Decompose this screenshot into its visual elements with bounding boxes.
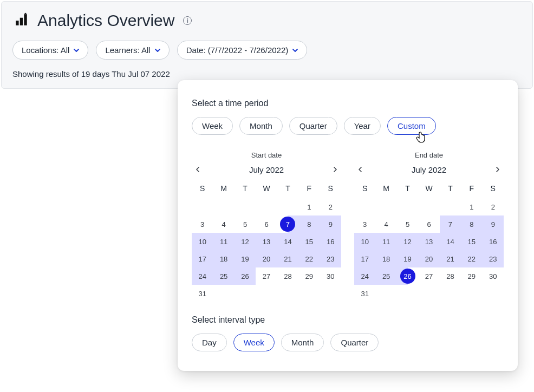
- calendar-day[interactable]: 8: [461, 215, 482, 233]
- calendar-day[interactable]: 24: [192, 267, 213, 285]
- calendar-day[interactable]: 6: [418, 215, 439, 233]
- calendar-end: End date July 2022 SMTWTFS12345678910111…: [354, 151, 504, 302]
- calendar-day[interactable]: 1: [461, 198, 482, 215]
- filter-locations-label: Locations: All: [22, 45, 69, 55]
- calendar-day[interactable]: 7: [440, 215, 461, 233]
- calendar-day-empty: [192, 198, 213, 215]
- end-date-label: End date: [354, 151, 504, 159]
- period-row: Week Month Quarter Year Custom: [192, 117, 504, 135]
- calendar-day[interactable]: 8: [298, 215, 320, 233]
- calendar-day[interactable]: 12: [397, 233, 418, 250]
- dow-header: F: [298, 181, 320, 198]
- calendar-day-empty: [213, 198, 234, 215]
- filter-learners[interactable]: Learners: All: [96, 41, 169, 60]
- svg-rect-0: [16, 21, 18, 25]
- filter-date[interactable]: Date: (7/7/2022 - 7/26/2022): [177, 41, 307, 60]
- calendar-day[interactable]: 23: [483, 250, 504, 267]
- calendar-day[interactable]: 17: [192, 250, 213, 267]
- info-icon[interactable]: i: [183, 16, 192, 25]
- calendar-day[interactable]: 26: [397, 267, 418, 285]
- next-month-icon[interactable]: [330, 165, 340, 174]
- calendar-day[interactable]: 2: [483, 198, 504, 215]
- calendar-day[interactable]: 17: [354, 250, 375, 267]
- calendar-day[interactable]: 9: [320, 215, 341, 233]
- calendar-day[interactable]: 22: [298, 250, 320, 267]
- calendar-end-grid: SMTWTFS123456789101112131415161718192021…: [354, 181, 504, 302]
- interval-month[interactable]: Month: [281, 334, 324, 351]
- calendar-day[interactable]: 11: [375, 233, 396, 250]
- calendar-day[interactable]: 6: [256, 215, 277, 233]
- interval-row: Day Week Month Quarter: [192, 334, 504, 351]
- period-custom[interactable]: Custom: [387, 117, 436, 135]
- calendar-day[interactable]: 10: [354, 233, 375, 250]
- calendar-day[interactable]: 15: [461, 233, 482, 250]
- calendar-day[interactable]: 11: [213, 233, 234, 250]
- calendar-day[interactable]: 3: [192, 215, 213, 233]
- calendar-day[interactable]: 21: [277, 250, 298, 267]
- dow-header: S: [192, 181, 213, 198]
- calendar-day[interactable]: 30: [320, 267, 341, 285]
- calendar-day[interactable]: 31: [192, 285, 213, 302]
- calendar-day[interactable]: 2: [320, 198, 341, 215]
- dow-header: T: [235, 181, 256, 198]
- calendar-day[interactable]: 14: [277, 233, 298, 250]
- calendar-day[interactable]: 25: [213, 267, 234, 285]
- calendar-day[interactable]: 29: [298, 267, 320, 285]
- calendar-day[interactable]: 20: [418, 250, 439, 267]
- calendar-day[interactable]: 23: [320, 250, 341, 267]
- calendar-day[interactable]: 28: [440, 267, 461, 285]
- calendar-day[interactable]: 27: [256, 267, 277, 285]
- calendar-day[interactable]: 30: [483, 267, 504, 285]
- interval-quarter[interactable]: Quarter: [330, 334, 379, 351]
- calendar-day[interactable]: 7: [277, 215, 298, 233]
- calendar-day[interactable]: 4: [213, 215, 234, 233]
- period-week[interactable]: Week: [192, 117, 233, 135]
- calendar-start-header: July 2022: [192, 165, 341, 174]
- calendar-day[interactable]: 14: [440, 233, 461, 250]
- calendar-day-empty: [375, 198, 396, 215]
- start-date-label: Start date: [192, 151, 341, 159]
- calendar-day-empty: [397, 198, 418, 215]
- calendar-day[interactable]: 22: [461, 250, 482, 267]
- period-label: Select a time period: [192, 99, 504, 108]
- filter-locations[interactable]: Locations: All: [12, 41, 88, 60]
- calendar-day[interactable]: 4: [375, 215, 396, 233]
- interval-day[interactable]: Day: [192, 334, 227, 351]
- calendar-day[interactable]: 27: [418, 267, 439, 285]
- calendar-day[interactable]: 21: [440, 250, 461, 267]
- calendar-day[interactable]: 19: [397, 250, 418, 267]
- calendar-day[interactable]: 28: [277, 267, 298, 285]
- calendar-day[interactable]: 13: [256, 233, 277, 250]
- calendar-day[interactable]: 29: [461, 267, 482, 285]
- calendar-day[interactable]: 3: [354, 215, 375, 233]
- calendar-day[interactable]: 31: [354, 285, 375, 302]
- next-month-icon[interactable]: [493, 165, 503, 174]
- calendar-day[interactable]: 5: [235, 215, 256, 233]
- calendar-day[interactable]: 20: [256, 250, 277, 267]
- calendar-day[interactable]: 12: [235, 233, 256, 250]
- calendar-day[interactable]: 15: [298, 233, 320, 250]
- calendar-day[interactable]: 10: [192, 233, 213, 250]
- calendar-day[interactable]: 26: [235, 267, 256, 285]
- calendar-end-month: July 2022: [412, 165, 446, 174]
- interval-week[interactable]: Week: [233, 334, 275, 351]
- analytics-icon: [15, 12, 29, 29]
- calendars: Start date July 2022 SMTWTFS123456789101…: [192, 151, 504, 302]
- calendar-day[interactable]: 24: [354, 267, 375, 285]
- prev-month-icon[interactable]: [355, 165, 365, 174]
- calendar-day-empty: [418, 198, 439, 215]
- calendar-day[interactable]: 18: [213, 250, 234, 267]
- calendar-day[interactable]: 13: [418, 233, 439, 250]
- calendar-day[interactable]: 16: [320, 233, 341, 250]
- calendar-day[interactable]: 25: [375, 267, 396, 285]
- period-month[interactable]: Month: [239, 117, 283, 135]
- prev-month-icon[interactable]: [193, 165, 203, 174]
- calendar-day[interactable]: 1: [298, 198, 320, 215]
- calendar-day[interactable]: 5: [397, 215, 418, 233]
- calendar-day[interactable]: 18: [375, 250, 396, 267]
- period-quarter[interactable]: Quarter: [289, 117, 337, 135]
- calendar-day[interactable]: 9: [483, 215, 504, 233]
- period-year[interactable]: Year: [344, 117, 381, 135]
- calendar-day[interactable]: 19: [235, 250, 256, 267]
- calendar-day[interactable]: 16: [483, 233, 504, 250]
